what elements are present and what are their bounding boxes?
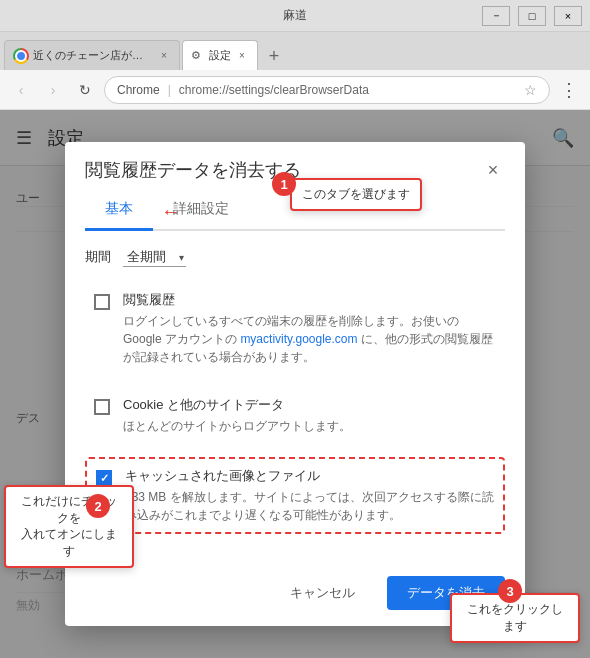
- tab-advanced-label: 詳細設定: [173, 200, 229, 216]
- chrome-menu-button[interactable]: ⋮: [556, 77, 582, 103]
- history-link[interactable]: myactivity.google.com: [240, 332, 357, 346]
- history-label: 閲覧履歴: [123, 291, 497, 309]
- window-close-button[interactable]: ×: [554, 6, 582, 26]
- tab-chain-store[interactable]: 近くのチェーン店がブラウザで ×: [4, 40, 180, 70]
- annotation-3-text: これをクリックします: [467, 602, 563, 633]
- annotation-1: このタブを選びます: [290, 178, 422, 211]
- forward-button[interactable]: ›: [40, 77, 66, 103]
- dialog-close-button[interactable]: ×: [481, 158, 505, 182]
- address-path: chrome://settings/clearBrowserData: [179, 83, 520, 97]
- period-label: 期間: [85, 248, 111, 266]
- tab-bar: 近くのチェーン店がブラウザで × ⚙ 設定 × +: [0, 32, 590, 70]
- annotation-number-1: 1: [280, 177, 287, 192]
- annotation-1-text: このタブを選びます: [302, 187, 410, 201]
- history-content: 閲覧履歴 ログインしているすべての端末の履歴を削除します。お使いの Google…: [123, 291, 497, 366]
- tab-favicon-2: ⚙: [191, 49, 205, 63]
- new-tab-button[interactable]: +: [260, 42, 288, 70]
- period-select[interactable]: 全期間: [123, 247, 186, 267]
- clear-data-dialog: 閲覧履歴データを消去する × 基本 ← 詳細設定: [65, 142, 525, 626]
- annotation-circle-3: 3: [498, 579, 522, 603]
- title-bar-controls: － □ ×: [482, 6, 582, 26]
- browser-frame: 近くのチェーン店がブラウザで × ⚙ 設定 × + ‹ › ↻ Chrome |…: [0, 32, 590, 658]
- checkmark-icon: ✓: [100, 472, 109, 485]
- tab-close-1[interactable]: ×: [157, 49, 171, 63]
- cookie-checkbox[interactable]: [94, 399, 110, 415]
- tab-basic[interactable]: 基本 ←: [85, 190, 153, 231]
- history-checkbox[interactable]: [94, 294, 110, 310]
- history-desc: ログインしているすべての端末の履歴を削除します。お使いの Google アカウン…: [123, 312, 497, 366]
- tab-favicon-1: [13, 48, 29, 64]
- period-row: 期間 全期間: [85, 247, 505, 267]
- cache-checkbox-item: ✓ キャッシュされた画像とファイル 333 MB を解放します。サイトによっては…: [85, 457, 505, 534]
- annotation-2: これだけにチェックを入れてオンにします: [4, 485, 134, 568]
- annotation-circle-2: 2: [86, 494, 110, 518]
- cookie-label: Cookie と他のサイトデータ: [123, 396, 497, 414]
- bookmark-icon[interactable]: ☆: [524, 82, 537, 98]
- annotation-number-2: 2: [94, 499, 101, 514]
- tab-label-2: 設定: [209, 48, 231, 63]
- cancel-button[interactable]: キャンセル: [270, 576, 375, 610]
- dialog-body: 期間 全期間 閲覧履歴: [65, 231, 525, 564]
- cache-checkbox[interactable]: ✓: [96, 470, 112, 486]
- refresh-button[interactable]: ↻: [72, 77, 98, 103]
- dialog-title: 閲覧履歴データを消去する: [85, 158, 301, 182]
- address-input[interactable]: Chrome | chrome://settings/clearBrowserD…: [104, 76, 550, 104]
- cookie-checkbox-wrapper[interactable]: [93, 398, 111, 416]
- title-bar: 麻道 － □ ×: [0, 0, 590, 32]
- cookie-checkbox-item: Cookie と他のサイトデータ ほとんどのサイトからログアウトします。: [85, 388, 505, 443]
- cache-content: キャッシュされた画像とファイル 333 MB を解放します。サイトによっては、次…: [125, 467, 495, 524]
- back-button[interactable]: ‹: [8, 77, 34, 103]
- cache-label: キャッシュされた画像とファイル: [125, 467, 495, 485]
- window-title: 麻道: [283, 7, 307, 24]
- settings-page: ☰ 設定 🔍 ユー デス ホームボタンを表示する 無効 閲覧履歴データを消去する…: [0, 110, 590, 658]
- address-bar: ‹ › ↻ Chrome | chrome://settings/clearBr…: [0, 70, 590, 110]
- tab-advanced[interactable]: 詳細設定: [153, 190, 249, 231]
- tab-close-2[interactable]: ×: [235, 49, 249, 63]
- maximize-button[interactable]: □: [518, 6, 546, 26]
- minimize-button[interactable]: －: [482, 6, 510, 26]
- annotation-number-3: 3: [506, 584, 513, 599]
- tab-basic-label: 基本: [105, 200, 133, 216]
- tab-settings[interactable]: ⚙ 設定 ×: [182, 40, 258, 70]
- history-checkbox-wrapper[interactable]: [93, 293, 111, 311]
- tab-label-1: 近くのチェーン店がブラウザで: [33, 48, 153, 63]
- cache-desc: 333 MB を解放します。サイトによっては、次回アクセスする際に読み込みがこれ…: [125, 488, 495, 524]
- annotation-circle-1: 1: [272, 172, 296, 196]
- dialog-title-bar: 閲覧履歴データを消去する ×: [65, 142, 525, 182]
- cookie-content: Cookie と他のサイトデータ ほとんどのサイトからログアウトします。: [123, 396, 497, 435]
- address-separator: |: [168, 83, 171, 97]
- cookie-desc: ほとんどのサイトからログアウトします。: [123, 417, 497, 435]
- address-chrome-part: Chrome: [117, 83, 160, 97]
- period-select-wrapper[interactable]: 全期間: [123, 247, 186, 267]
- history-checkbox-item: 閲覧履歴 ログインしているすべての端末の履歴を削除します。お使いの Google…: [85, 283, 505, 374]
